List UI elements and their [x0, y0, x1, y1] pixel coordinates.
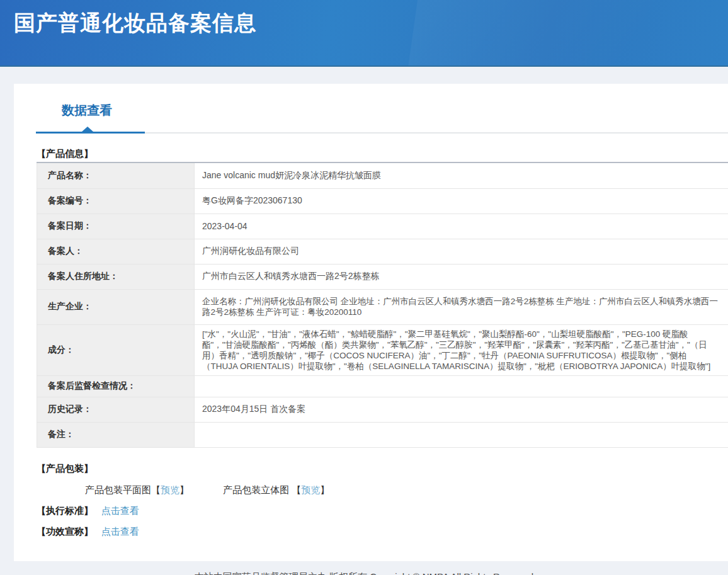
row-label: 备案日期：: [37, 213, 195, 239]
table-row-record-date: 备案日期： 2023-04-04: [37, 213, 728, 239]
packaging-flat-item: 产品包装平面图【预览】: [85, 484, 191, 495]
packaging-row: 产品包装平面图【预览】 产品包装立体图 【预览】: [85, 484, 728, 496]
packaging-flat-label: 产品包装平面图: [85, 484, 151, 495]
table-row-remarks: 备注：: [37, 422, 728, 447]
row-label: 生产企业：: [37, 289, 195, 324]
packaging-heading: 【产品包装】: [37, 463, 728, 475]
row-value: 2023年04月15日 首次备案: [195, 397, 728, 422]
bracket-open: 【: [151, 484, 161, 495]
execution-standard-label: 【执行标准】: [37, 505, 93, 516]
active-tab-indicator: [36, 132, 145, 134]
tab-data-view[interactable]: 数据查看: [62, 102, 112, 119]
row-label: 成分：: [37, 324, 195, 375]
table-row-registrant-address: 备案人住所地址： 广州市白云区人和镇秀水塘西一路2号2栋整栋: [37, 264, 728, 289]
bracket-close: 】: [179, 484, 189, 495]
packaging-stereo-preview-link[interactable]: 预览: [301, 484, 320, 495]
bracket-open: 【: [292, 484, 301, 495]
tab-bar: 数据查看: [14, 84, 728, 134]
product-info-table: 产品名称： Jane volcanic mud妍泥冷泉冰泥精华抗皱面膜 备案编号…: [37, 162, 728, 448]
packaging-stereo-item: 产品包装立体图 【预览】: [223, 484, 329, 495]
active-tab-arrow-icon: [82, 127, 93, 132]
content-card: 数据查看 【产品信息】 产品名称： Jane volcanic mud妍泥冷泉冰…: [14, 84, 728, 561]
row-value: ["水"，"火山泥"，"甘油"，"液体石蜡"，"鲸蜡硬脂醇"，"聚二甲基硅氧烷"…: [195, 324, 728, 375]
efficacy-claim-view-link[interactable]: 点击查看: [101, 526, 139, 537]
table-row-manufacturer: 生产企业： 企业名称：广州润研化妆品有限公司 企业地址：广州市白云区人和镇秀水塘…: [37, 289, 728, 324]
row-value: 广州润研化妆品有限公司: [195, 239, 728, 264]
packaging-stereo-label: 产品包装立体图: [223, 484, 292, 495]
row-label: 备案后监督检查情况：: [37, 375, 195, 397]
row-label: 备注：: [37, 422, 195, 447]
row-label: 备案人：: [37, 239, 195, 264]
table-row-supervision-check: 备案后监督检查情况：: [37, 375, 728, 397]
execution-standard-row: 【执行标准】点击查看: [37, 505, 728, 517]
row-label: 备案人住所地址：: [37, 264, 195, 289]
page-header: 国产普通化妆品备案信息: [0, 0, 728, 67]
row-value: 2023-04-04: [195, 213, 728, 239]
table-row-history: 历史记录： 2023年04月15日 首次备案: [37, 397, 728, 422]
page-title: 国产普通化妆品备案信息: [14, 9, 728, 38]
row-value: Jane volcanic mud妍泥冷泉冰泥精华抗皱面膜: [195, 162, 728, 188]
efficacy-claim-row: 【功效宣称】点击查看: [37, 526, 728, 538]
page-footer: 本站由国家药品监督管理局主办 版权所有 Copyright © NMPA All…: [0, 561, 728, 575]
row-value: 广州市白云区人和镇秀水塘西一路2号2栋整栋: [195, 264, 728, 289]
row-value: 粤G妆网备字2023067130: [195, 188, 728, 213]
tab-underline: [36, 128, 728, 134]
row-value: 企业名称：广州润研化妆品有限公司 企业地址：广州市白云区人和镇秀水塘西一路2号2…: [195, 289, 728, 324]
row-label: 历史记录：: [37, 397, 195, 422]
packaging-flat-preview-link[interactable]: 预览: [161, 484, 179, 495]
row-value: [195, 422, 728, 447]
footer-text: 本站由国家药品监督管理局主办 版权所有 Copyright © NMPA All…: [195, 571, 533, 575]
efficacy-claim-label: 【功效宣称】: [37, 526, 93, 537]
tab-data-view-label: 数据查看: [62, 103, 112, 117]
row-label: 备案编号：: [37, 188, 195, 213]
table-row-product-name: 产品名称： Jane volcanic mud妍泥冷泉冰泥精华抗皱面膜: [37, 162, 728, 188]
row-value: [195, 375, 728, 397]
product-info-heading: 【产品信息】: [37, 148, 728, 160]
table-row-registrant: 备案人： 广州润研化妆品有限公司: [37, 239, 728, 264]
row-label: 产品名称：: [37, 162, 195, 188]
execution-standard-view-link[interactable]: 点击查看: [101, 505, 139, 516]
bracket-close: 】: [320, 484, 329, 495]
table-row-record-number: 备案编号： 粤G妆网备字2023067130: [37, 188, 728, 213]
table-row-ingredients: 成分： ["水"，"火山泥"，"甘油"，"液体石蜡"，"鲸蜡硬脂醇"，"聚二甲基…: [37, 324, 728, 375]
